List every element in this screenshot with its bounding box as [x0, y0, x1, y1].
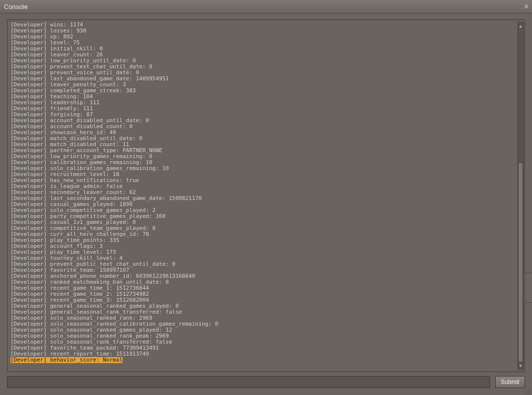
- log-line: [Developer] xp: 892: [10, 34, 517, 40]
- scroll-up-icon[interactable]: ▲: [518, 22, 523, 29]
- log-frame: [Developer] wins: 1174[Developer] losses…: [7, 19, 525, 372]
- submit-button[interactable]: Submit: [495, 376, 525, 388]
- scroll-down-icon[interactable]: ▼: [518, 362, 523, 369]
- resize-grip-icon[interactable]: [525, 388, 531, 394]
- log-output: [Developer] wins: 1174[Developer] losses…: [10, 22, 517, 370]
- window-title: Console: [4, 3, 28, 10]
- scroll-thumb[interactable]: [518, 163, 523, 362]
- log-line: [Developer] losses: 930: [10, 28, 517, 34]
- command-input[interactable]: [7, 376, 490, 388]
- input-row: Submit: [7, 376, 525, 388]
- scroll-track[interactable]: [518, 29, 523, 362]
- title-bar: Console: [0, 0, 532, 13]
- scrollbar[interactable]: ▲ ▼: [518, 22, 524, 370]
- log-line: [Developer] behavior_score: Normal: [10, 357, 517, 363]
- svg-line-2: [530, 393, 531, 394]
- console-panel: [Developer] wins: 1174[Developer] losses…: [0, 13, 532, 395]
- close-icon[interactable]: ×: [524, 2, 529, 11]
- log-line: [Developer] wins: 1174: [10, 22, 517, 28]
